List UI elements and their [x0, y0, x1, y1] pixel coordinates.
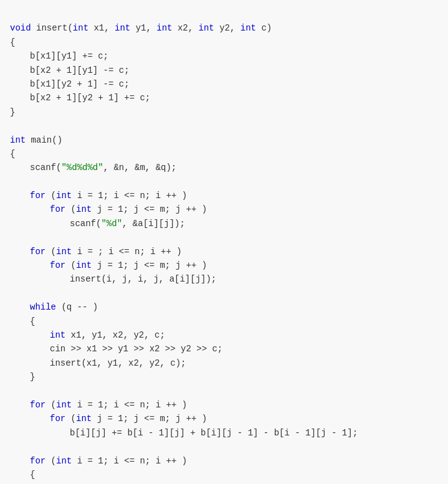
plain-token: ( [65, 260, 76, 270]
keyword-token: for [50, 204, 65, 214]
code-line [10, 384, 438, 398]
code-line: { [10, 147, 438, 161]
string-token: "%d" [101, 219, 122, 229]
plain-token: i = 1; i <= n; i ++ ) [72, 191, 187, 201]
code-line: { [10, 468, 438, 482]
code-line [10, 440, 438, 453]
code-line: scanf("%d", &a[i][j]); [10, 217, 438, 230]
plain-token: main() [26, 135, 62, 145]
keyword-token: int [56, 456, 72, 466]
code-line: for (int i = 1; i <= n; i ++ ) [10, 189, 438, 202]
plain-token: ( [65, 204, 76, 214]
keyword-token: while [30, 302, 56, 312]
plain-token: b[x2 + 1][y2 + 1] += c; [30, 93, 150, 103]
plain-token: insert(i, j, i, j, a[i][j]); [70, 274, 216, 284]
plain-token: i = 1; i <= n; i ++ ) [72, 456, 187, 466]
code-line: for (int j = 1; j <= m; j ++ ) printf("%… [10, 482, 438, 484]
code-line: insert(i, j, i, j, a[i][j]); [10, 272, 438, 286]
plain-token: , &n, &m, &q); [103, 163, 177, 173]
plain-token: , &a[i][j]); [122, 219, 185, 229]
keyword-token: int [10, 135, 26, 145]
code-line: void insert(int x1, int y1, int x2, int … [10, 21, 438, 35]
code-line: while (q -- ) [10, 300, 438, 314]
keyword-token: for [30, 191, 45, 201]
keyword-token: int [56, 191, 72, 201]
plain-token: ( [45, 400, 56, 410]
code-line: b[x2 + 1][y2 + 1] += c; [10, 91, 438, 105]
code-line: b[x1][y2 + 1] -= c; [10, 77, 438, 91]
plain-token: cin >> x1 >> y1 >> x2 >> y2 >> c; [50, 344, 222, 354]
code-line: b[x1][y1] += c; [10, 49, 438, 63]
code-line [10, 230, 438, 244]
keyword-token: int [56, 247, 72, 257]
code-line: for (int j = 1; j <= m; j ++ ) [10, 202, 438, 216]
plain-token: j = 1; j <= m; j ++ ) [92, 414, 207, 424]
plain-token: b[x1][y2 + 1] -= c; [30, 79, 130, 89]
plain-token: ( [65, 414, 76, 424]
plain-token: b[x2 + 1][y1] -= c; [30, 65, 130, 75]
plain-token: (q -- ) [56, 302, 98, 312]
plain-token: ( [45, 247, 56, 257]
code-line: for (int i = 1; i <= n; i ++ ) [10, 398, 438, 412]
keyword-token: int [73, 23, 88, 33]
code-line: cin >> x1 >> y1 >> x2 >> y2 >> c; [10, 342, 438, 356]
code-line: for (int i = 1; i <= n; i ++ ) [10, 454, 438, 468]
plain-token: insert(x1, y1, x2, y2, c); [50, 358, 186, 368]
keyword-token: int [50, 330, 65, 340]
plain-token: i = 1; i <= n; i ++ ) [72, 400, 187, 410]
code-line: } [10, 370, 438, 384]
plain-token: ( [45, 191, 56, 201]
keyword-token: for [30, 247, 45, 257]
code-line: { [10, 315, 438, 328]
plain-token: } [10, 107, 15, 117]
plain-token: y2, [214, 23, 241, 33]
keyword-token: void [10, 23, 31, 33]
code-line: b[i][j] += b[i - 1][j] + b[i][j - 1] - b… [10, 426, 438, 440]
plain-token: x2, [173, 23, 199, 33]
plain-token: ( [45, 456, 56, 466]
plain-token: j = 1; j <= m; j ++ ) [92, 204, 207, 214]
code-line [10, 175, 438, 189]
code-line: int main() [10, 133, 438, 147]
code-line: for (int j = 1; j <= m; j ++ ) [10, 412, 438, 425]
code-line: for (int i = ; i <= n; i ++ ) [10, 245, 438, 259]
keyword-token: for [50, 260, 65, 270]
plain-token: b[i][j] += b[i - 1][j] + b[i][j - 1] - b… [70, 428, 358, 438]
plain-token: } [30, 372, 35, 382]
keyword-token: for [30, 400, 45, 410]
code-line: { [10, 36, 438, 49]
keyword-token: int [76, 414, 92, 424]
code-line: int x1, y1, x2, y2, c; [10, 328, 438, 342]
string-token: "%d%d%d" [61, 163, 103, 173]
keyword-token: int [156, 23, 172, 33]
keyword-token: int [199, 23, 214, 33]
plain-token: c) [256, 23, 272, 33]
keyword-token: int [76, 204, 92, 214]
keyword-token: int [115, 23, 130, 33]
keyword-token: for [30, 456, 45, 466]
plain-token: y1, [130, 23, 156, 33]
keyword-token: for [50, 414, 65, 424]
keyword-token: int [76, 260, 92, 270]
code-line: for (int j = 1; j <= m; j ++ ) [10, 259, 438, 272]
plain-token: { [10, 149, 15, 159]
code-editor: void insert(int x1, int y1, int x2, int … [10, 7, 438, 484]
code-line [10, 287, 438, 300]
plain-token: j = 1; j <= m; j ++ ) [92, 260, 207, 270]
plain-token: x1, [88, 23, 115, 33]
code-line: b[x2 + 1][y1] -= c; [10, 64, 438, 77]
plain-token: x1, y1, x2, y2, c; [65, 330, 165, 340]
plain-token: insert( [31, 23, 73, 33]
plain-token: { [10, 37, 15, 47]
plain-token: { [30, 470, 35, 480]
code-line: } [10, 105, 438, 119]
plain-token: scanf( [30, 163, 61, 173]
keyword-token: int [56, 400, 72, 410]
code-line: insert(x1, y1, x2, y2, c); [10, 356, 438, 370]
plain-token: scanf( [70, 219, 101, 229]
plain-token: { [30, 316, 35, 326]
code-line [10, 119, 438, 133]
keyword-token: int [241, 23, 256, 33]
plain-token: i = ; i <= n; i ++ ) [72, 247, 181, 257]
code-line: scanf("%d%d%d", &n, &m, &q); [10, 161, 438, 174]
